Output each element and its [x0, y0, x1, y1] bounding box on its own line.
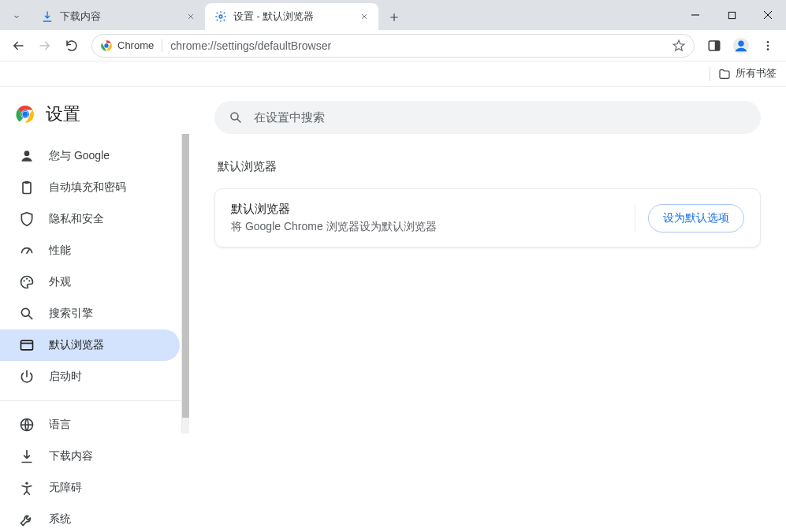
sidebar-item-languages[interactable]: 语言: [0, 409, 180, 441]
tab-settings[interactable]: 设置 - 默认浏览器: [205, 3, 378, 30]
all-bookmarks-button[interactable]: 所有书签: [718, 67, 777, 80]
gear-icon: [214, 10, 227, 23]
accessibility-icon: [19, 480, 35, 496]
search-icon: [229, 110, 243, 125]
tab-downloads[interactable]: 下载内容: [32, 3, 205, 30]
all-bookmarks-label: 所有书签: [736, 67, 777, 80]
sidebar-header: 设置: [0, 98, 189, 140]
chevron-down-icon: [12, 12, 21, 21]
palette-icon: [19, 274, 35, 290]
sidebar-item-downloads[interactable]: 下载内容: [0, 441, 180, 472]
side-panel-button[interactable]: [702, 34, 726, 58]
sidebar-item-performance[interactable]: 性能: [0, 235, 180, 266]
reload-button[interactable]: [60, 34, 84, 58]
sidebar-item-label: 隐私和安全: [49, 212, 104, 226]
new-tab-button[interactable]: [383, 6, 405, 28]
svg-rect-17: [25, 181, 29, 184]
svg-point-20: [28, 280, 30, 281]
svg-rect-16: [23, 182, 31, 193]
svg-point-18: [24, 280, 25, 281]
toolbar: Chrome chrome://settings/defaultBrowser: [0, 30, 786, 61]
sidebar-item-label: 无障碍: [49, 481, 82, 495]
sidebar-item-label: 系统: [49, 512, 71, 526]
sidebar-item-label: 语言: [49, 418, 71, 432]
close-icon[interactable]: [184, 10, 197, 23]
sidebar-item-label: 下载内容: [49, 449, 93, 463]
sidebar-item-label: 外观: [49, 275, 71, 289]
settings-title: 设置: [46, 102, 80, 126]
svg-point-15: [24, 151, 30, 156]
download-icon: [19, 448, 35, 464]
svg-rect-22: [21, 340, 33, 350]
svg-point-24: [25, 482, 28, 485]
svg-rect-1: [728, 12, 735, 18]
window-controls: [677, 0, 786, 30]
divider: [710, 67, 710, 81]
svg-rect-5: [715, 41, 720, 50]
settings-sidebar: 设置 您与 Google 自动填充和密码 隐私和安全 性能 外观 搜索引擎: [0, 87, 189, 532]
search-icon: [19, 306, 35, 322]
sidebar-item-search-engine[interactable]: 搜索引擎: [0, 298, 180, 329]
sidebar-item-autofill[interactable]: 自动填充和密码: [0, 172, 180, 203]
svg-point-14: [23, 112, 28, 117]
sidebar-item-appearance[interactable]: 外观: [0, 266, 180, 298]
sidebar-item-label: 默认浏览器: [49, 338, 104, 352]
settings-main: 在设置中搜索 默认浏览器 默认浏览器 将 Google Chrome 浏览器设为…: [189, 87, 786, 532]
sidebar-item-label: 您与 Google: [49, 149, 110, 163]
sidebar-item-label: 搜索引擎: [49, 307, 93, 321]
sidebar-item-system[interactable]: 系统: [0, 504, 180, 532]
site-chip-label: Chrome: [117, 39, 154, 51]
settings-page: 设置 您与 Google 自动填充和密码 隐私和安全 性能 外观 搜索引擎: [0, 87, 786, 532]
tab-title: 下载内容: [60, 10, 184, 24]
set-default-button[interactable]: 设为默认选项: [648, 204, 744, 233]
scrollbar-thumb[interactable]: [182, 134, 189, 418]
svg-point-25: [231, 113, 238, 120]
url-text: chrome://settings/defaultBrowser: [170, 39, 672, 52]
speedometer-icon: [19, 243, 35, 259]
menu-button[interactable]: [756, 34, 780, 58]
card-subtitle: 将 Google Chrome 浏览器设为默认浏览器: [231, 220, 437, 234]
sidebar-item-on-startup[interactable]: 启动时: [0, 361, 180, 392]
sidebar-item-default-browser[interactable]: 默认浏览器: [0, 329, 180, 361]
shield-icon: [19, 211, 35, 227]
omnibox[interactable]: Chrome chrome://settings/defaultBrowser: [91, 34, 695, 58]
close-icon[interactable]: [358, 10, 371, 23]
chrome-logo-icon: [16, 105, 35, 124]
svg-point-8: [767, 41, 769, 43]
svg-point-19: [26, 278, 28, 280]
tab-title: 设置 - 默认浏览器: [233, 10, 358, 24]
svg-point-9: [767, 44, 769, 47]
site-chip[interactable]: Chrome: [100, 39, 162, 52]
maximize-button[interactable]: [713, 0, 750, 30]
close-window-button[interactable]: [750, 0, 786, 30]
minimize-button[interactable]: [677, 0, 713, 30]
sidebar-item-accessibility[interactable]: 无障碍: [0, 472, 180, 504]
search-placeholder: 在设置中搜索: [254, 110, 325, 125]
sidebar-scrollbar[interactable]: [181, 134, 189, 433]
arrow-right-icon: [38, 39, 52, 53]
folder-icon: [718, 68, 731, 80]
divider: [0, 400, 189, 401]
sidebar-item-you-and-google[interactable]: 您与 Google: [0, 140, 180, 172]
globe-icon: [19, 417, 35, 433]
clipboard-icon: [19, 180, 35, 195]
bookmark-star-button[interactable]: [672, 39, 686, 53]
settings-search-input[interactable]: 在设置中搜索: [214, 101, 761, 134]
plus-icon: [389, 12, 400, 23]
arrow-left-icon: [11, 39, 25, 53]
sidebar-item-privacy[interactable]: 隐私和安全: [0, 203, 180, 235]
svg-point-21: [21, 308, 29, 316]
svg-point-7: [738, 40, 743, 46]
profile-button[interactable]: [729, 34, 753, 58]
download-icon: [41, 10, 54, 23]
kebab-icon: [762, 39, 774, 52]
forward-button[interactable]: [33, 34, 57, 58]
divider: [635, 204, 635, 233]
sidebar-item-label: 启动时: [49, 370, 82, 384]
profile-icon: [732, 37, 750, 54]
card-title: 默认浏览器: [231, 202, 437, 217]
svg-point-0: [219, 15, 222, 18]
tab-search-button[interactable]: [5, 5, 28, 28]
back-button[interactable]: [6, 34, 30, 58]
section-title: 默认浏览器: [218, 159, 758, 174]
